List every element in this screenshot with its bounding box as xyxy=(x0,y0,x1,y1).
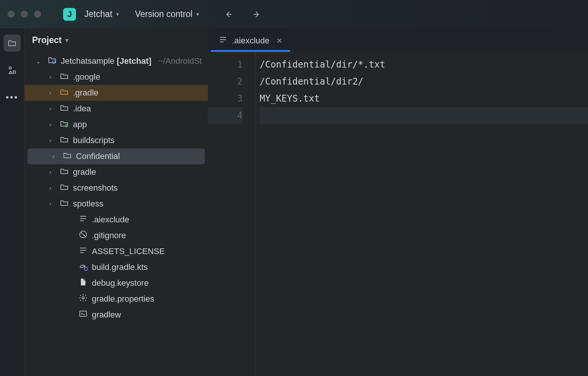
tree-item-label: buildscripts xyxy=(73,136,115,145)
line-number: 4 xyxy=(208,107,243,124)
arrow-left-icon xyxy=(224,10,233,19)
svg-rect-6 xyxy=(80,311,87,316)
line-number: 3 xyxy=(208,90,243,107)
lines-icon xyxy=(78,214,88,225)
chevron-right-icon[interactable]: › xyxy=(45,169,56,176)
structure-icon xyxy=(8,66,17,75)
tree-item-buildscripts[interactable]: ›buildscripts xyxy=(25,133,208,148)
titlebar: J Jetchat ▾ Version control ▾ xyxy=(0,0,588,28)
nav-forward-button xyxy=(249,7,264,22)
tree-item-label: .aiexclude xyxy=(92,215,129,225)
chevron-right-icon[interactable]: › xyxy=(48,153,59,160)
lines-icon xyxy=(78,246,88,257)
chevron-right-icon[interactable]: › xyxy=(45,137,56,144)
folder-icon xyxy=(59,166,69,178)
left-tool-strip: ••• xyxy=(0,28,25,376)
tree-item-label: spotless xyxy=(73,199,104,209)
project-tool-button[interactable] xyxy=(3,34,21,52)
editor-area: .aiexclude ✕ 1234 /Confidential/dir/*.tx… xyxy=(208,28,588,376)
panel-title: Project xyxy=(32,35,62,45)
folder-icon xyxy=(62,151,72,162)
file-lines-icon xyxy=(218,35,227,46)
line-number: 1 xyxy=(208,56,243,73)
tree-item-spotless[interactable]: ›spotless xyxy=(25,196,208,212)
vcs-menu-label: Version control xyxy=(135,9,192,19)
tree-item-label: .gradle xyxy=(73,88,98,98)
chevron-right-icon[interactable]: › xyxy=(45,105,56,112)
tree-item-label: app xyxy=(73,120,87,129)
chevron-right-icon[interactable]: › xyxy=(45,89,56,96)
tree-root-label: Jetchatsample [Jetchat] xyxy=(61,56,152,66)
tree-item-label: gradle xyxy=(73,167,96,177)
code-editor[interactable]: 1234 /Confidential/dir/*.txt/Confidentia… xyxy=(208,52,588,376)
module-icon xyxy=(59,119,69,130)
tree-item--google[interactable]: ›.google xyxy=(25,69,208,85)
tree-item-assets-license[interactable]: ASSETS_LICENSE xyxy=(25,243,208,259)
svg-rect-4 xyxy=(84,267,87,270)
folder-icon xyxy=(59,103,69,114)
editor-tab[interactable]: .aiexclude ✕ xyxy=(211,30,290,52)
gradlekt-icon xyxy=(78,262,88,273)
vcs-menu[interactable]: Version control ▾ xyxy=(130,7,204,22)
folder-icon xyxy=(59,71,69,83)
tree-item-label: ASSETS_LICENSE xyxy=(92,247,165,256)
editor-content[interactable]: /Confidential/dir/*.txt/Confidential/dir… xyxy=(256,52,588,376)
tree-item-gradlew[interactable]: gradlew xyxy=(25,307,208,323)
more-tool-button[interactable]: ••• xyxy=(3,89,21,106)
tree-item--idea[interactable]: ›.idea xyxy=(25,101,208,117)
tree-item-confidential[interactable]: ›Confidential xyxy=(28,148,205,164)
tree-item-label: debug.keystore xyxy=(92,278,149,288)
tree-item-label: gradlew xyxy=(92,310,121,320)
chevron-right-icon[interactable]: › xyxy=(45,74,56,80)
chevron-down-icon[interactable]: ⌄ xyxy=(33,58,43,65)
structure-tool-button[interactable] xyxy=(3,62,21,79)
tree-item-gradle[interactable]: ›gradle xyxy=(25,164,208,180)
tree-item-label: Confidential xyxy=(76,151,120,161)
tree-root[interactable]: ⌄ Jetchatsample [Jetchat] ~/AndroidSt xyxy=(25,53,208,69)
folder-icon xyxy=(59,182,69,194)
tree-item-app[interactable]: ›app xyxy=(25,117,208,133)
tree-item-build-gradle-kts[interactable]: build.gradle.kts xyxy=(25,259,208,275)
code-line[interactable] xyxy=(260,107,588,124)
tree-item-label: gradle.properties xyxy=(92,294,154,304)
window-maximize[interactable] xyxy=(34,11,41,18)
more-icon: ••• xyxy=(6,92,19,103)
window-minimize[interactable] xyxy=(21,11,28,18)
tree-item--aiexclude[interactable]: .aiexclude xyxy=(25,212,208,228)
tree-item-label: .google xyxy=(73,72,100,82)
code-line[interactable]: /Confidential/dir2/ xyxy=(260,73,588,90)
svg-point-5 xyxy=(82,297,84,299)
chevron-down-icon: ▾ xyxy=(116,11,119,18)
tree-root-path: ~/AndroidSt xyxy=(158,56,202,66)
chevron-right-icon[interactable]: › xyxy=(45,185,56,191)
tree-item-gradle-properties[interactable]: gradle.properties xyxy=(25,291,208,307)
code-line[interactable]: /Confidential/dir/*.txt xyxy=(260,56,588,73)
file-icon xyxy=(78,277,88,289)
chevron-down-icon: ▾ xyxy=(196,11,199,18)
tree-item-label: .idea xyxy=(73,104,91,114)
chevron-right-icon[interactable]: › xyxy=(45,121,56,128)
project-badge-icon: J xyxy=(63,8,76,21)
window-close[interactable] xyxy=(8,11,15,18)
nav-back-button[interactable] xyxy=(221,7,236,22)
close-icon[interactable]: ✕ xyxy=(276,36,283,45)
code-line[interactable]: MY_KEYS.txt xyxy=(260,90,588,107)
folder-orange-icon xyxy=(59,87,69,99)
tree-item--gitignore[interactable]: .gitignore xyxy=(25,228,208,243)
project-panel-header[interactable]: Project ▾ xyxy=(25,28,208,52)
tree-item-debug-keystore[interactable]: debug.keystore xyxy=(25,275,208,291)
project-panel: Project ▾ ⌄ Jetchatsample [Jetchat] ~/An… xyxy=(25,28,208,376)
chevron-right-icon[interactable]: › xyxy=(45,200,56,207)
tree-item--gradle[interactable]: ›.gradle xyxy=(25,85,208,101)
gear-icon xyxy=(78,293,88,305)
svg-point-0 xyxy=(9,67,11,69)
tree-item-label: .gitignore xyxy=(92,231,126,240)
ignore-icon xyxy=(78,230,88,241)
arrow-right-icon xyxy=(252,10,261,19)
folder-icon xyxy=(59,135,69,146)
tree-item-screenshots[interactable]: ›screenshots xyxy=(25,180,208,196)
terminal-icon xyxy=(78,309,88,321)
editor-tabbar: .aiexclude ✕ xyxy=(208,28,588,52)
line-number: 2 xyxy=(208,73,243,90)
project-selector[interactable]: Jetchat ▾ xyxy=(80,7,124,22)
